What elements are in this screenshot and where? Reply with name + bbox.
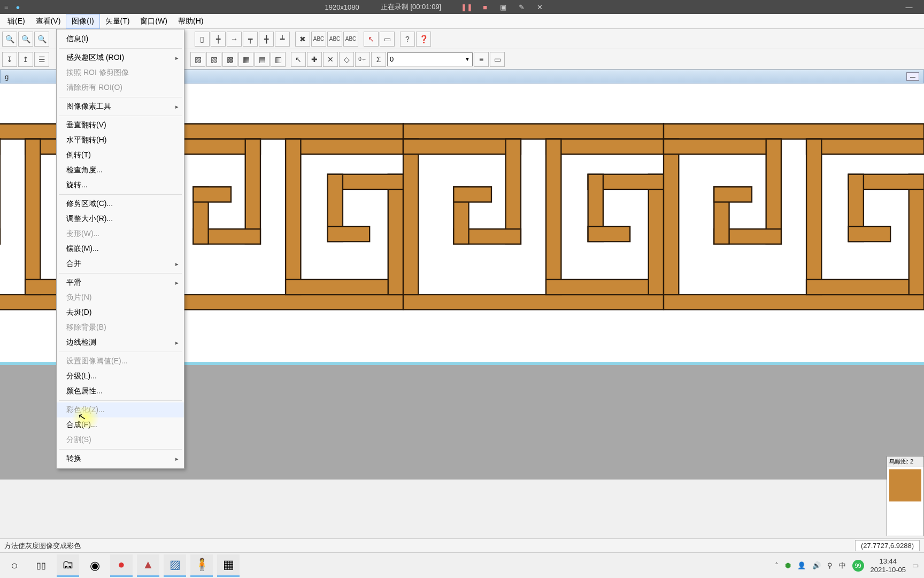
menu-item[interactable]: 调整大小(R)...	[57, 211, 184, 226]
taskbar-search-icon[interactable]: ○	[3, 554, 26, 577]
birdview-title: 鸟瞰图: 2	[887, 457, 923, 467]
tool-magnify-plus-icon[interactable]: 🔍	[34, 32, 49, 47]
menu-window[interactable]: 窗口(W)	[135, 14, 173, 28]
tool-align-right-icon[interactable]: →	[227, 32, 242, 47]
menu-item[interactable]: 边线检测	[57, 335, 184, 350]
birdview-thumbnail[interactable]	[889, 469, 921, 501]
menu-item[interactable]: 平滑	[57, 275, 184, 290]
tool-align-bottom-icon[interactable]: ┷	[275, 32, 290, 47]
menu-item[interactable]: 图像像素工具	[57, 99, 184, 114]
menu-item[interactable]: 信息(I)	[57, 32, 184, 47]
stop-icon[interactable]: ■	[481, 3, 489, 11]
taskbar: ○ ▯▯ 🗂 ◉ ● ▲ ▨ 🧍 ▦ ˄ ⬢ 👤 🔊 ⚲ 中 99 13:44 …	[0, 552, 924, 578]
hamburger-icon[interactable]: ≡	[4, 3, 9, 11]
tool2-f-icon[interactable]: ▩	[222, 52, 237, 67]
tool2-c-icon[interactable]: ☰	[34, 52, 49, 67]
tray-clock[interactable]: 13:44 2021-10-05	[871, 557, 906, 574]
tray-notifications-icon[interactable]: ▭	[912, 561, 919, 569]
tool2-d-icon[interactable]: ▨	[190, 52, 205, 67]
recorder-close-icon[interactable]: ✕	[535, 3, 544, 11]
tool-align-middle-icon[interactable]: ╋	[259, 32, 274, 47]
tool-magnify-icon[interactable]: 🔍	[18, 32, 33, 47]
menu-item[interactable]: 去斑(D)	[57, 305, 184, 320]
tray-ime[interactable]: 中	[839, 561, 846, 571]
menu-item[interactable]: 修剪区域(C)...	[57, 196, 184, 211]
menu-item: 按照 ROI 修剪图像	[57, 65, 184, 80]
tool2-measure-icon[interactable]: 0↔	[355, 52, 370, 67]
taskbar-app3-icon[interactable]: 🧍	[190, 554, 213, 577]
tool2-b-icon[interactable]: ↥	[18, 52, 33, 67]
tool2-diamond-icon[interactable]: ◇	[339, 52, 354, 67]
menu-separator	[59, 400, 182, 401]
birdview-panel[interactable]: 鸟瞰图: 2	[887, 456, 924, 536]
taskbar-taskview-icon[interactable]: ▯▯	[30, 554, 52, 577]
tool2-g-icon[interactable]: ▦	[238, 52, 253, 67]
menu-item[interactable]: 水平翻转(H)	[57, 133, 184, 148]
menu-item[interactable]: 分级(L)...	[57, 369, 184, 384]
tool2-sigma-icon[interactable]: Σ	[371, 52, 386, 67]
tool-magnify-minus-icon[interactable]: 🔍	[2, 32, 17, 47]
taskbar-app2-icon[interactable]: ▨	[164, 554, 186, 577]
tool2-justify-icon[interactable]: ≡	[474, 52, 489, 67]
tool2-outdent-icon[interactable]: ▭	[490, 52, 505, 67]
menu-item[interactable]: 转换	[57, 451, 184, 466]
pencil-icon[interactable]: ✎	[517, 3, 526, 11]
menu-vector[interactable]: 矢量(T)	[100, 14, 135, 28]
tool2-pointer-icon[interactable]: ↖	[291, 52, 306, 67]
document-minimize-icon[interactable]: —	[906, 72, 919, 81]
pause-icon[interactable]: ❚❚	[463, 3, 471, 11]
menu-image[interactable]: 图像(I)	[66, 14, 99, 29]
taskbar-app1-icon[interactable]: ▲	[137, 554, 159, 577]
window-minimize-icon[interactable]: —	[904, 2, 914, 12]
menu-item[interactable]: 检查角度...	[57, 163, 184, 178]
taskbar-recorder-icon[interactable]: ●	[110, 554, 133, 577]
toolbar-combo[interactable]: 0 ▼	[387, 52, 473, 66]
tool2-cross-icon[interactable]: ✚	[307, 52, 322, 67]
menu-view[interactable]: 查看(V)	[30, 14, 66, 28]
tool2-h-icon[interactable]: ▤	[255, 52, 270, 67]
taskbar-chrome-icon[interactable]: ◉	[83, 554, 106, 577]
taskbar-explorer-icon[interactable]: 🗂	[57, 554, 79, 577]
tool-align-center-icon[interactable]: ┿	[211, 32, 226, 47]
menu-item[interactable]: 颜色属性...	[57, 384, 184, 399]
tool2-x-icon[interactable]: ✕	[323, 52, 338, 67]
menu-item[interactable]: 感兴趣区域 (ROI)	[57, 50, 184, 65]
tool-abc2-icon[interactable]: ABC	[327, 32, 342, 47]
menu-item: 负片(N)	[57, 290, 184, 305]
recorder-resolution: 1920x1080	[325, 3, 359, 11]
mic-icon[interactable]: ●	[16, 3, 20, 11]
tool-whatsthis-icon[interactable]: ❓	[416, 32, 431, 47]
menu-item: 分割(S)	[57, 432, 184, 447]
tray-user-icon[interactable]: 👤	[797, 561, 806, 569]
menu-edit[interactable]: 辑(E)	[2, 14, 30, 28]
menu-item[interactable]: 镶嵌(M)...	[57, 241, 184, 256]
menu-item[interactable]: 垂直翻转(V)	[57, 118, 184, 133]
tray-wifi-icon[interactable]: ⚲	[827, 561, 833, 569]
tray-up-icon[interactable]: ˄	[775, 561, 779, 569]
status-hint: 方法使灰度图像变成彩色	[4, 541, 81, 551]
image-menu-dropdown[interactable]: 信息(I)感兴趣区域 (ROI)按照 ROI 修剪图像清除所有 ROI(O)图像…	[56, 29, 184, 469]
menu-item[interactable]: 合并	[57, 256, 184, 271]
tool-abc3-icon[interactable]: ABC	[343, 32, 358, 47]
tool-abc1-icon[interactable]: ABC	[311, 32, 326, 47]
tray-chat-icon[interactable]: 99	[852, 560, 864, 572]
tool-align-left-icon[interactable]: ▯	[195, 32, 210, 47]
tool2-a-icon[interactable]: ↧	[2, 52, 17, 67]
tool-help-icon[interactable]: ?	[400, 32, 415, 47]
tool-close-icon[interactable]: ✖	[295, 32, 310, 47]
tray-time: 13:44	[871, 557, 906, 566]
tray-volume-icon[interactable]: 🔊	[812, 561, 821, 569]
menu-item[interactable]: 倒转(T)	[57, 148, 184, 163]
tool-select-icon[interactable]: ▭	[380, 32, 395, 47]
menu-help[interactable]: 帮助(H)	[173, 14, 209, 28]
tool-align-top-icon[interactable]: ┯	[243, 32, 258, 47]
taskbar-app4-icon[interactable]: ▦	[217, 554, 240, 577]
menu-item[interactable]: 合成(F)...	[57, 417, 184, 432]
tool-pointer-red-icon[interactable]: ↖	[364, 32, 379, 47]
menu-item[interactable]: 旋转...	[57, 178, 184, 193]
statusbar: 方法使灰度图像变成彩色 (27.7727,6.9288)	[0, 538, 924, 552]
tool2-i-icon[interactable]: ▥	[271, 52, 286, 67]
tray-security-icon[interactable]: ⬢	[785, 561, 791, 569]
tool2-e-icon[interactable]: ▧	[206, 52, 221, 67]
camera-icon[interactable]: ▣	[499, 3, 507, 11]
